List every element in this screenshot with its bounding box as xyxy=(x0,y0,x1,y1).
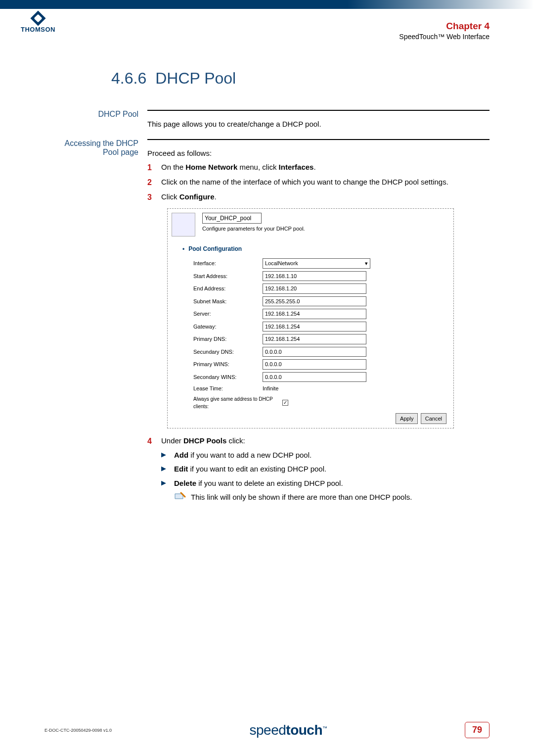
row-start: Start Address:192.168.1.10 xyxy=(193,271,449,282)
row-gateway: Gateway:192.168.1.254 xyxy=(193,322,449,332)
server-input[interactable]: 192.168.1.254 xyxy=(263,309,366,319)
lease-time-value: Infinite xyxy=(263,384,278,393)
pool-config-head: Pool Configuration xyxy=(182,244,449,253)
row-pdns: Primary DNS:192.168.1.254 xyxy=(193,334,449,344)
section-number: 4.6.6 xyxy=(111,69,146,87)
cancel-button[interactable]: Cancel xyxy=(421,413,446,425)
note-text: This link will only be shown if there ar… xyxy=(191,492,412,503)
chapter-header: Chapter 4 SpeedTouch™ Web Interface xyxy=(399,21,490,41)
same-address-checkbox[interactable]: ✓ xyxy=(282,400,288,406)
runin-access: Accessing the DHCP Pool page xyxy=(59,139,147,157)
step-text: Click on the name of the interface of wh… xyxy=(161,177,490,189)
step-num: 2 xyxy=(147,177,161,189)
section-title: DHCP Pool xyxy=(155,69,236,87)
chapter-subtitle: SpeedTouch™ Web Interface xyxy=(399,33,490,41)
primary-dns-input[interactable]: 192.168.1.254 xyxy=(263,334,366,344)
primary-wins-input[interactable]: 0.0.0.0 xyxy=(263,359,366,370)
end-address-input[interactable]: 192.168.1.20 xyxy=(263,284,366,294)
brand-logo: speedtouch™ xyxy=(250,722,327,738)
arrow-icon: ▶ xyxy=(161,478,174,489)
chapter-title: Chapter 4 xyxy=(399,21,490,32)
step-1: 1 On the Home Network menu, click Interf… xyxy=(147,162,490,174)
section-heading: 4.6.6DHCP Pool xyxy=(111,69,490,88)
step-num: 4 xyxy=(147,435,161,503)
doc-id: E-DOC-CTC-20050429-0098 v1.0 xyxy=(44,728,112,733)
apply-button[interactable]: Apply xyxy=(396,413,418,425)
gateway-input[interactable]: 192.168.1.254 xyxy=(263,322,366,332)
start-address-input[interactable]: 192.168.1.10 xyxy=(263,271,366,282)
step-3: 3 Click Configure. xyxy=(147,191,490,203)
row-lease: Lease Time:Infinite xyxy=(193,384,449,393)
step-num: 3 xyxy=(147,191,161,203)
dhcp-pool-text: This page allows you to create/change a … xyxy=(147,110,490,130)
row-end: End Address:192.168.1.20 xyxy=(193,284,449,294)
row-same: Always give same address to DHCP clients… xyxy=(193,395,449,410)
row-sdns: Secundary DNS:0.0.0.0 xyxy=(193,347,449,357)
row-swins: Secondary WINS:0.0.0.0 xyxy=(193,372,449,382)
footer: E-DOC-CTC-20050429-0098 v1.0 speedtouch™… xyxy=(44,722,490,738)
step-2: 2 Click on the name of the interface of … xyxy=(147,177,490,189)
bullet-edit: ▶Edit if you want to edit an existing DH… xyxy=(161,464,490,475)
row-server: Server:192.168.1.254 xyxy=(193,309,449,319)
note-icon xyxy=(174,492,186,503)
note-row: This link will only be shown if there ar… xyxy=(174,492,490,503)
config-screenshot: Your_DHCP_pool Configure parameters for … xyxy=(167,208,454,428)
thomson-logo: THOMSON xyxy=(21,13,55,33)
interface-select[interactable]: LocalNetwork ▾ xyxy=(263,258,370,269)
step-num: 1 xyxy=(147,162,161,174)
chevron-down-icon: ▾ xyxy=(365,259,368,268)
step-text: On the Home Network menu, click Interfac… xyxy=(161,162,490,174)
step-text: Under DHCP Pools click: ▶Add if you want… xyxy=(161,435,490,503)
row-pwins: Primary WINS:0.0.0.0 xyxy=(193,359,449,370)
row-subnet: Subnet Mask:255.255.255.0 xyxy=(193,296,449,307)
step-4: 4 Under DHCP Pools click: ▶Add if you wa… xyxy=(147,435,490,503)
row-interface: Interface: LocalNetwork ▾ xyxy=(193,258,449,269)
page-number: 79 xyxy=(465,722,490,738)
arrow-icon: ▶ xyxy=(161,464,174,475)
runin-dhcp-pool: DHCP Pool xyxy=(59,110,147,119)
bullet-delete: ▶Delete if you want to delete an existin… xyxy=(161,478,490,489)
pool-name-input[interactable]: Your_DHCP_pool xyxy=(202,213,262,224)
access-intro: Proceed as follows: xyxy=(147,148,490,159)
subnet-mask-input[interactable]: 255.255.255.0 xyxy=(263,296,366,307)
pool-icon xyxy=(172,213,195,236)
top-bar xyxy=(0,0,534,9)
logo-text: THOMSON xyxy=(21,26,55,33)
step-text: Click Configure. xyxy=(161,191,490,203)
logo-diamond-icon xyxy=(30,10,45,26)
secondary-wins-input[interactable]: 0.0.0.0 xyxy=(263,372,366,382)
secondary-dns-input[interactable]: 0.0.0.0 xyxy=(263,347,366,357)
pool-subtitle: Configure parameters for your DHCP pool. xyxy=(202,225,305,233)
bullet-add: ▶Add if you want to add a new DCHP pool. xyxy=(161,450,490,461)
arrow-icon: ▶ xyxy=(161,450,174,461)
